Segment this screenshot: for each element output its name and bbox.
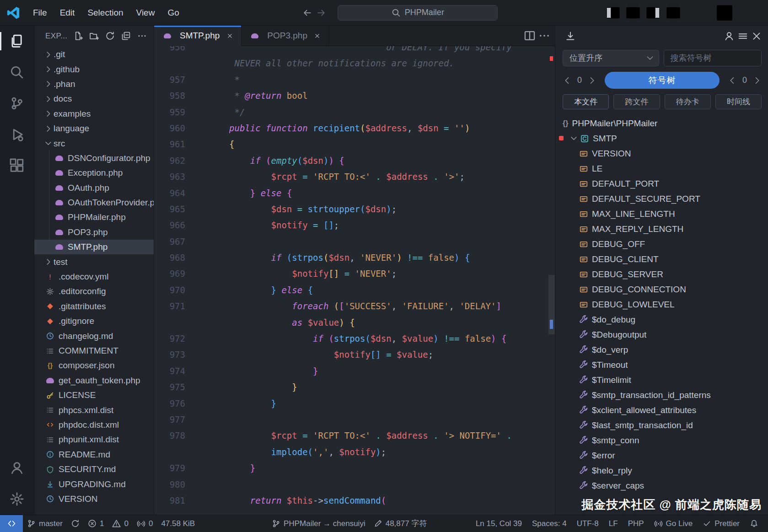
symbol-constant[interactable]: DEBUG_CLIENT — [555, 252, 768, 267]
symbol-property[interactable]: $xclient_allowed_attributes — [555, 403, 768, 418]
file-tree-item[interactable]: examples — [34, 107, 154, 121]
activity-run-debug[interactable] — [0, 119, 34, 150]
symbol-constant[interactable]: DEFAULT_PORT — [555, 176, 768, 191]
layout-grid-icon[interactable] — [665, 4, 682, 21]
status-item-php[interactable]: PHP — [623, 515, 649, 532]
status-item-prettier[interactable]: Prettier — [698, 515, 745, 532]
file-tree-item[interactable]: phpdoc.dist.xml — [34, 418, 154, 432]
minimize-button[interactable] — [685, 3, 709, 23]
file-tree-item[interactable]: language — [34, 121, 154, 136]
file-tree-item[interactable]: COMMITMENT — [34, 344, 154, 358]
file-tree-item[interactable]: PHPMailer.php — [34, 210, 154, 225]
status-item-master[interactable]: master — [23, 515, 67, 532]
symbol-constant[interactable]: DEBUG_SERVER — [555, 267, 768, 282]
sort-order-dropdown[interactable]: 位置升序 — [563, 50, 659, 66]
file-tree-item[interactable]: .editorconfig — [34, 284, 154, 299]
close-button[interactable] — [740, 3, 764, 23]
split-editor-icon[interactable] — [524, 30, 536, 42]
activity-search[interactable] — [0, 57, 34, 88]
symbol-property[interactable]: $smtp_conn — [555, 433, 768, 448]
activity-settings[interactable] — [0, 484, 34, 515]
status-item-go-live[interactable]: Go Live — [649, 515, 698, 532]
symbol-class-smtp[interactable]: SMTP — [555, 131, 768, 146]
file-tree-item[interactable]: .phan — [34, 77, 154, 91]
file-tree-item[interactable]: changelog.md — [34, 328, 154, 343]
symbol-constant[interactable]: MAX_REPLY_LENGTH — [555, 221, 768, 236]
more-icon[interactable] — [135, 29, 149, 43]
maximize-button[interactable] — [712, 3, 737, 23]
symbol-constant[interactable]: DEBUG_CONNECTION — [555, 282, 768, 297]
prev-icon[interactable] — [728, 76, 737, 85]
code-editor[interactable]: 956 or DELAY. If you specify NEVER all o… — [154, 46, 555, 515]
status-item-47-58-kib[interactable]: 47.58 KiB — [157, 515, 199, 532]
symbol-property[interactable]: $Timelimit — [555, 372, 768, 387]
menu-item-edit[interactable]: Edit — [54, 5, 81, 21]
symbol-root[interactable]: {}PHPMailer\PHPMailer — [555, 116, 768, 131]
status-item-utf-8[interactable]: UTF-8 — [572, 515, 604, 532]
panel-tab-4[interactable]: 时间线 — [715, 94, 762, 109]
layout-bottom-icon[interactable] — [624, 4, 642, 21]
menu-icon[interactable] — [736, 29, 750, 43]
status-item-48-877-[interactable]: 48,877 字符 — [370, 515, 431, 532]
symbol-search-input[interactable]: 搜索符号树 — [664, 50, 762, 66]
new-folder-icon[interactable] — [87, 29, 101, 43]
command-center-search[interactable]: PHPMailer — [338, 5, 498, 21]
symbol-constant[interactable]: VERSION — [555, 146, 768, 161]
symbol-tree-button[interactable]: 符号树 — [605, 72, 720, 89]
file-tree-item[interactable]: phpcs.xml.dist — [34, 403, 154, 417]
file-tree-item[interactable]: OAuthTokenProvider.p... — [34, 195, 154, 210]
tab-POP3.php[interactable]: POP3.php — [242, 26, 329, 46]
forward-icon[interactable] — [317, 8, 326, 17]
file-tree-item[interactable]: .git — [34, 47, 154, 62]
status-item-0[interactable]: 0 — [133, 515, 157, 532]
menu-more-icon[interactable] — [188, 8, 197, 17]
status-item-1[interactable]: 1 — [84, 515, 108, 532]
panel-tab-2[interactable]: 跨文件 — [613, 94, 660, 109]
more-icon[interactable] — [538, 30, 550, 42]
menu-item-file[interactable]: File — [27, 5, 54, 21]
symbol-property[interactable]: $last_smtp_transaction_id — [555, 418, 768, 433]
file-tree-item[interactable]: .gitignore — [34, 314, 154, 328]
symbol-property[interactable]: $Debugoutput — [555, 327, 768, 342]
symbol-property[interactable]: $server_caps — [555, 478, 768, 493]
close-icon[interactable] — [750, 29, 763, 43]
symbol-property[interactable]: $smtp_transaction_id_patterns — [555, 387, 768, 403]
next-icon[interactable] — [752, 76, 762, 85]
file-tree-item[interactable]: docs — [34, 91, 154, 106]
back-icon[interactable] — [303, 8, 312, 17]
activity-source-control[interactable] — [0, 88, 34, 119]
editor-scrollbar[interactable] — [548, 275, 555, 334]
layout-right-icon[interactable] — [644, 4, 662, 21]
file-tree-item[interactable]: .github — [34, 62, 154, 76]
tab-close-icon[interactable] — [225, 31, 235, 41]
file-tree-item[interactable]: VERSION — [34, 492, 154, 506]
status-item-ln-15-col-39[interactable]: Ln 15, Col 39 — [471, 515, 527, 532]
file-tree-item[interactable]: OAuth.php — [34, 181, 154, 195]
refresh-icon[interactable] — [103, 29, 117, 43]
file-tree-item[interactable]: LICENSE — [34, 388, 154, 403]
menu-item-view[interactable]: View — [130, 5, 161, 21]
file-tree-item[interactable]: .gitattributes — [34, 299, 154, 314]
remote-indicator[interactable] — [0, 515, 23, 532]
symbol-constant[interactable]: DEBUG_OFF — [555, 236, 768, 252]
symbol-property[interactable]: $do_verp — [555, 342, 768, 357]
download-icon[interactable] — [564, 29, 577, 43]
file-tree-item[interactable]: src — [34, 136, 154, 150]
file-tree-item[interactable]: UPGRADING.md — [34, 477, 154, 491]
symbol-property[interactable]: $helo_rply — [555, 463, 768, 478]
status-item-spaces-4[interactable]: Spaces: 4 — [527, 515, 572, 532]
symbol-constant[interactable]: DEFAULT_SECURE_PORT — [555, 191, 768, 206]
file-tree-item[interactable]: {}composer.json — [34, 358, 154, 373]
activity-explorer[interactable] — [0, 26, 34, 57]
tab-SMTP.php[interactable]: SMTP.php — [154, 26, 242, 46]
symbol-constant[interactable]: LE — [555, 161, 768, 176]
file-tree-item[interactable]: test — [34, 254, 154, 269]
status-item[interactable] — [745, 515, 763, 532]
prev-icon[interactable] — [563, 76, 572, 85]
file-tree-item[interactable]: SECURITY.md — [34, 462, 154, 477]
status-item-lf[interactable]: LF — [604, 515, 623, 532]
tab-close-icon[interactable] — [312, 31, 322, 41]
symbol-constant[interactable]: DEBUG_LOWLEVEL — [555, 297, 768, 312]
status-item-0[interactable]: 0 — [108, 515, 132, 532]
collapse-all-icon[interactable] — [119, 29, 133, 43]
